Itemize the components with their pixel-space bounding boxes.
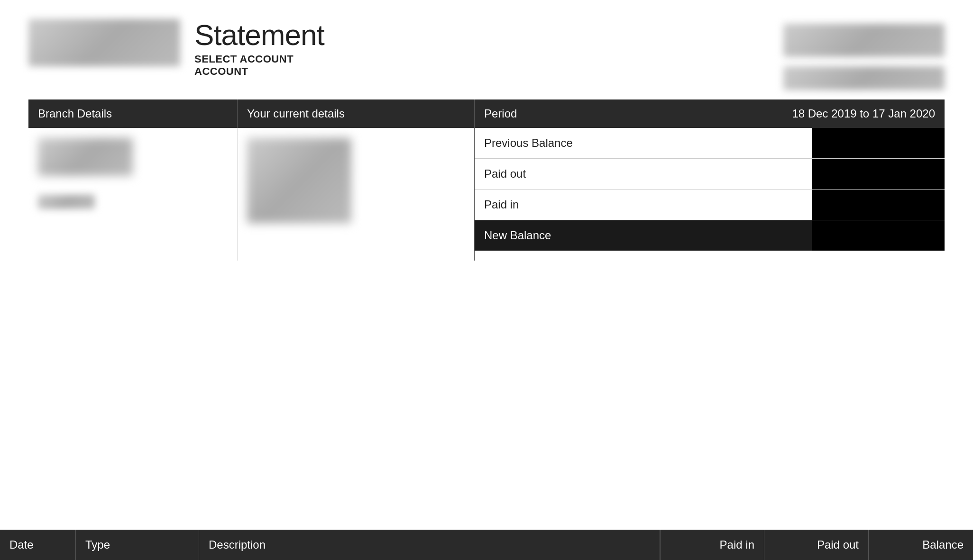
page-title: Statement <box>194 19 324 51</box>
header-right <box>783 19 945 90</box>
description-column-header: Description <box>199 530 660 560</box>
current-details-header: Your current details <box>237 99 474 128</box>
branch-text <box>38 195 95 209</box>
paid-out-value <box>812 159 945 189</box>
date-column-header: Date <box>0 530 76 560</box>
header-right-top-image <box>783 24 945 57</box>
account-line1: SELECT ACCOUNT <box>194 53 324 65</box>
account-labels: SELECT ACCOUNT ACCOUNT <box>194 53 324 78</box>
period-header-section: Period 18 Dec 2019 to 17 Jan 2020 <box>474 99 945 128</box>
previous-balance-row: Previous Balance <box>475 128 945 159</box>
transactions-table-header: Date Type Description Paid in Paid out B… <box>0 530 973 560</box>
branch-image <box>38 138 133 176</box>
new-balance-label: New Balance <box>475 220 812 251</box>
type-column-header: Type <box>76 530 199 560</box>
paid-in-column-header: Paid in <box>660 530 764 560</box>
account-line2: ACCOUNT <box>194 65 324 78</box>
paid-in-row: Paid in <box>475 190 945 220</box>
table-headers-row: Branch Details Your current details Peri… <box>28 99 945 128</box>
content-row: Previous Balance Paid out Paid in New Ba… <box>28 128 945 261</box>
new-balance-value <box>812 220 945 251</box>
header-left: Statement SELECT ACCOUNT ACCOUNT <box>28 19 324 78</box>
logo <box>28 19 180 66</box>
previous-balance-label: Previous Balance <box>475 128 812 158</box>
paid-in-label: Paid in <box>475 190 812 220</box>
new-balance-row: New Balance <box>475 220 945 251</box>
balance-section: Previous Balance Paid out Paid in New Ba… <box>474 128 945 261</box>
title-block: Statement SELECT ACCOUNT ACCOUNT <box>194 19 324 78</box>
current-details-image <box>247 138 351 223</box>
header-right-bottom-image <box>783 66 945 90</box>
balance-column-header: Balance <box>869 530 973 560</box>
paid-in-value <box>812 190 945 220</box>
branch-details-header: Branch Details <box>28 99 237 128</box>
paid-out-column-header: Paid out <box>764 530 869 560</box>
period-value: 18 Dec 2019 to 17 Jan 2020 <box>569 99 945 128</box>
branch-details-content <box>28 128 237 261</box>
paid-out-label: Paid out <box>475 159 812 189</box>
info-table: Branch Details Your current details Peri… <box>28 99 945 261</box>
paid-out-row: Paid out <box>475 159 945 190</box>
previous-balance-value <box>812 128 945 158</box>
current-details-content <box>237 128 474 261</box>
period-label: Period <box>475 99 569 128</box>
header: Statement SELECT ACCOUNT ACCOUNT <box>0 0 973 99</box>
